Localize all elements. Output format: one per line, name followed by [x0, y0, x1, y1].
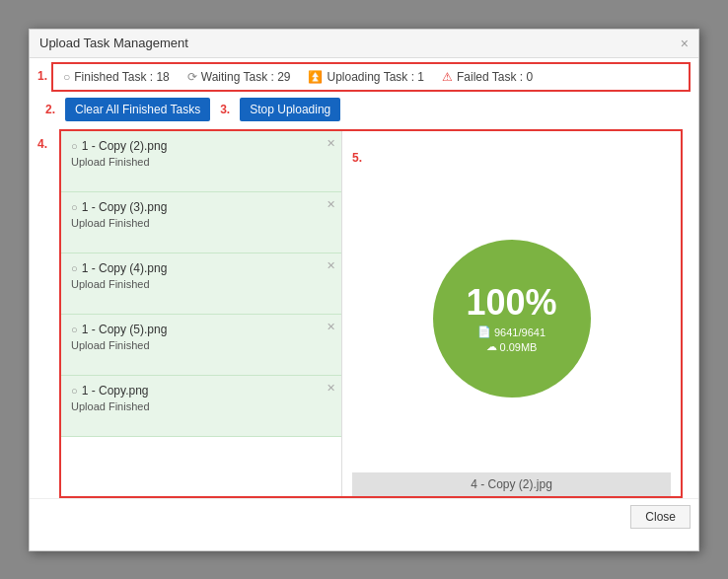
dialog-title: Upload Task Management [39, 36, 188, 50]
task-name-2: ○ 1 - Copy (3).png [71, 200, 331, 214]
task-item: ✕ ○ 1 - Copy (3).png Upload Finished [61, 192, 341, 253]
progress-size: ☁ 0.09MB [486, 340, 538, 353]
close-dialog-button[interactable]: Close [630, 505, 691, 529]
task-status-5: Upload Finished [71, 400, 331, 412]
task-item: ✕ ○ 1 - Copy (2).png Upload Finished [61, 131, 341, 192]
stat-finished: ○ Finished Task : 18 [63, 70, 170, 84]
clear-all-button[interactable]: Clear All Finished Tasks [65, 98, 210, 121]
task-status-2: Upload Finished [71, 217, 331, 229]
finished-label: Finished Task : 18 [74, 70, 170, 84]
main-content-area: ✕ ○ 1 - Copy (2).png Upload Finished ✕ ○… [59, 129, 683, 498]
dialog-close-x[interactable]: × [681, 36, 689, 51]
stats-bar: ○ Finished Task : 18 ⟳ Waiting Task : 29… [51, 62, 691, 92]
actions-bar: 2. Clear All Finished Tasks 3. Stop Uplo… [37, 98, 691, 121]
section-4-label: 4. [37, 137, 47, 151]
stat-uploading: ⏫ Uploading Task : 1 [308, 70, 424, 84]
task-remove-btn-3[interactable]: ✕ [327, 259, 335, 272]
task-remove-btn-1[interactable]: ✕ [327, 137, 335, 150]
section-2-label: 2. [45, 103, 55, 116]
task-item: ✕ ○ 1 - Copy (5).png Upload Finished [61, 315, 341, 376]
task-icon-5: ○ [71, 385, 78, 397]
progress-files: 📄 9641/9641 [477, 326, 546, 338]
current-file-bar: 4 - Copy (2).jpg [352, 472, 671, 496]
files-icon: 📄 [477, 326, 491, 338]
uploading-icon: ⏫ [308, 70, 323, 84]
task-remove-btn-2[interactable]: ✕ [327, 198, 335, 211]
task-item: ✕ ○ 1 - Copy.png Upload Finished [61, 376, 341, 437]
dialog-footer: Close [30, 498, 698, 535]
task-status-1: Upload Finished [71, 156, 331, 168]
task-icon-2: ○ [71, 201, 78, 213]
task-icon-1: ○ [71, 140, 78, 152]
dialog-titlebar: Upload Task Management × [30, 30, 698, 58]
section-1-label: 1. [37, 69, 47, 83]
upload-dialog: Upload Task Management × 1. ○ Finished T… [29, 29, 699, 551]
task-item: ✕ ○ 1 - Copy (4).png Upload Finished [61, 253, 341, 315]
finished-icon: ○ [63, 70, 70, 84]
task-status-4: Upload Finished [71, 339, 331, 351]
waiting-icon: ⟳ [187, 70, 197, 84]
stat-waiting: ⟳ Waiting Task : 29 [187, 70, 291, 84]
task-name-5: ○ 1 - Copy.png [71, 384, 331, 398]
task-name-3: ○ 1 - Copy (4).png [71, 261, 331, 275]
section-3-label: 3. [220, 103, 230, 116]
failed-label: Failed Task : 0 [457, 70, 533, 84]
progress-circle-container: 100% 📄 9641/9641 ☁ 0.09MB [433, 165, 591, 472]
task-status-3: Upload Finished [71, 278, 331, 290]
task-icon-3: ○ [71, 262, 78, 274]
task-name-4: ○ 1 - Copy (5).png [71, 323, 331, 336]
uploading-label: Uploading Task : 1 [327, 70, 424, 84]
task-list-panel: ✕ ○ 1 - Copy (2).png Upload Finished ✕ ○… [61, 131, 342, 496]
stop-uploading-button[interactable]: Stop Uploading [240, 98, 340, 121]
size-icon: ☁ [486, 340, 497, 353]
progress-panel: 5. 100% 📄 9641/9641 ☁ 0.09MB 4 [342, 131, 681, 496]
task-icon-4: ○ [71, 324, 78, 335]
progress-circle: 100% 📄 9641/9641 ☁ 0.09MB [433, 240, 591, 398]
task-name-1: ○ 1 - Copy (2).png [71, 139, 331, 153]
task-remove-btn-5[interactable]: ✕ [327, 382, 335, 395]
stat-failed: ⚠ Failed Task : 0 [442, 70, 533, 84]
failed-icon: ⚠ [442, 70, 453, 84]
progress-percent: 100% [466, 283, 556, 323]
task-remove-btn-4[interactable]: ✕ [327, 321, 335, 333]
section-5-label: 5. [352, 151, 362, 165]
waiting-label: Waiting Task : 29 [201, 70, 291, 84]
